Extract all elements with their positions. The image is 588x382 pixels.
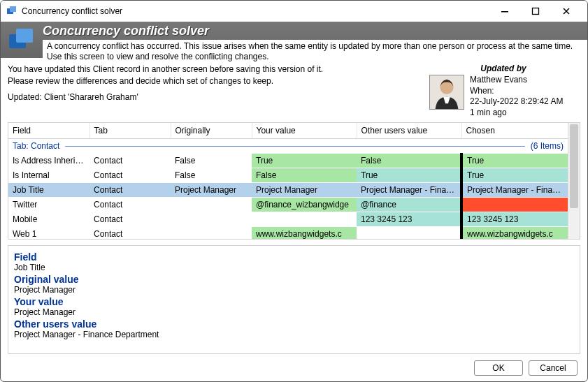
updated-when-label: When: (470, 86, 563, 97)
updated-by-label: Updated by (426, 64, 580, 73)
svg-rect-2 (501, 11, 508, 13)
updated-when-value: 22-July-2022 8:29:42 AM (470, 96, 563, 108)
dialog-buttons: OK Cancel (474, 360, 578, 376)
cell-field[interactable]: Mobile (8, 212, 89, 227)
col-field[interactable]: Field (8, 123, 89, 139)
banner: Concurrency conflict solver A concurrenc… (1, 22, 587, 58)
window-minimize-button[interactable] (489, 1, 520, 22)
cell-your-value[interactable]: True (252, 154, 357, 168)
cell-other-value[interactable]: @finance (357, 198, 461, 212)
banner-icon (1, 22, 43, 58)
table-row[interactable]: TwitterContact@finance_wizbangwidge@fina… (8, 198, 568, 212)
table-row[interactable]: Web 1Contactwww.wizbangwidgets.cwww.wizb… (8, 227, 568, 240)
cell-your-value[interactable] (252, 212, 357, 227)
cell-field[interactable]: Is Internal (8, 168, 89, 183)
cell-chosen[interactable]: True (461, 154, 568, 168)
ok-button[interactable]: OK (474, 360, 523, 376)
window-titlebar: Concurrency conflict solver (1, 1, 587, 22)
cell-originally[interactable] (171, 198, 252, 212)
cell-tab[interactable]: Contact (89, 227, 171, 240)
grid-scrollbar-thumb[interactable] (570, 124, 578, 208)
detail-other-label: Other users value (14, 318, 574, 330)
info-line-2: Please review the differences and decide… (8, 75, 426, 87)
window-title: Concurrency conflict solver (22, 6, 122, 16)
svg-rect-1 (10, 6, 16, 12)
cell-tab[interactable]: Contact (89, 154, 171, 168)
group-row[interactable]: Tab: Contact(6 Items) (8, 139, 568, 154)
cell-other-value[interactable]: False (357, 154, 461, 168)
updated-by-panel: Updated by Matthew Evans When: 22-July-2… (426, 64, 580, 118)
cell-tab[interactable]: Contact (89, 183, 171, 198)
detail-other-value: Project Manager - Finance Department (14, 330, 574, 339)
info-line-3: Updated: Client 'Sharareh Graham' (8, 91, 426, 103)
col-chosen[interactable]: Chosen (461, 123, 568, 139)
cell-tab[interactable]: Contact (89, 212, 171, 227)
cell-chosen[interactable]: Project Manager - Finan... (461, 183, 568, 198)
window-close-button[interactable] (551, 1, 582, 22)
detail-original-label: Original value (14, 274, 574, 285)
grid-scrollbar[interactable] (568, 123, 580, 239)
cell-originally[interactable] (171, 212, 252, 227)
cell-originally[interactable] (171, 227, 252, 240)
detail-field-value: Job Title (14, 263, 574, 272)
svg-rect-3 (533, 8, 539, 15)
cell-other-value[interactable]: Project Manager - Finan... (357, 183, 461, 198)
table-row[interactable]: Is InternalContactFalseFalseTrueTrue (8, 168, 568, 183)
updated-by-name: Matthew Evans (470, 75, 563, 86)
col-other[interactable]: Other users value (357, 123, 461, 139)
cell-other-value[interactable]: 123 3245 123 (357, 212, 461, 227)
cell-your-value[interactable]: www.wizbangwidgets.c (252, 227, 357, 240)
col-orig[interactable]: Originally (171, 123, 252, 139)
cell-chosen[interactable]: www.wizbangwidgets.c (461, 227, 568, 240)
conflict-table[interactable]: Field Tab Originally Your value Other us… (8, 123, 568, 239)
col-tab[interactable]: Tab (89, 123, 171, 139)
cell-chosen[interactable]: 123 3245 123 (461, 212, 568, 227)
cell-field[interactable]: Is Address Inherite... (8, 154, 89, 168)
cell-originally[interactable]: False (171, 154, 252, 168)
cell-chosen[interactable] (461, 198, 568, 212)
table-row[interactable]: Job TitleContactProject ManagerProject M… (8, 183, 568, 198)
table-row[interactable]: Is Address Inherite...ContactFalseTrueFa… (8, 154, 568, 168)
svg-rect-5 (16, 29, 33, 43)
cell-originally[interactable]: Project Manager (171, 183, 252, 198)
app-icon (6, 6, 17, 17)
cell-other-value[interactable]: True (357, 168, 461, 183)
table-row[interactable]: MobileContact123 3245 123123 3245 123 (8, 212, 568, 227)
cancel-button[interactable]: Cancel (529, 360, 578, 376)
detail-field-label: Field (14, 251, 574, 263)
updated-relative: 1 min ago (470, 108, 563, 119)
table-header-row[interactable]: Field Tab Originally Your value Other us… (8, 123, 568, 139)
cell-field[interactable]: Web 1 (8, 227, 89, 240)
banner-title: Concurrency conflict solver (43, 22, 587, 38)
cell-originally[interactable]: False (171, 168, 252, 183)
detail-original-value: Project Manager (14, 285, 574, 295)
cell-your-value[interactable]: @finance_wizbangwidge (252, 198, 357, 212)
avatar (429, 75, 464, 110)
cell-tab[interactable]: Contact (89, 168, 171, 183)
info-message: You have updated this Client record in a… (8, 64, 426, 118)
info-strip: You have updated this Client record in a… (1, 58, 587, 121)
group-label: Tab: Contact (13, 141, 65, 151)
cell-chosen[interactable]: True (461, 168, 568, 183)
col-your[interactable]: Your value (252, 123, 357, 139)
conflict-grid: Field Tab Originally Your value Other us… (8, 122, 580, 240)
window-maximize-button[interactable] (520, 1, 551, 22)
conflict-solver-window: Concurrency conflict solver Concurrency … (0, 0, 588, 382)
detail-your-label: Your value (14, 296, 574, 307)
cell-tab[interactable]: Contact (89, 198, 171, 212)
cell-field[interactable]: Twitter (8, 198, 89, 212)
detail-pane: Field Job Title Original value Project M… (8, 245, 580, 354)
detail-your-value: Project Manager (14, 307, 574, 317)
info-line-1: You have updated this Client record in a… (8, 64, 426, 75)
group-count: (6 Items) (525, 141, 564, 151)
cell-your-value[interactable]: Project Manager (252, 183, 357, 198)
cell-other-value[interactable] (357, 227, 461, 240)
cell-your-value[interactable]: False (252, 168, 357, 183)
cell-field[interactable]: Job Title (8, 183, 89, 198)
